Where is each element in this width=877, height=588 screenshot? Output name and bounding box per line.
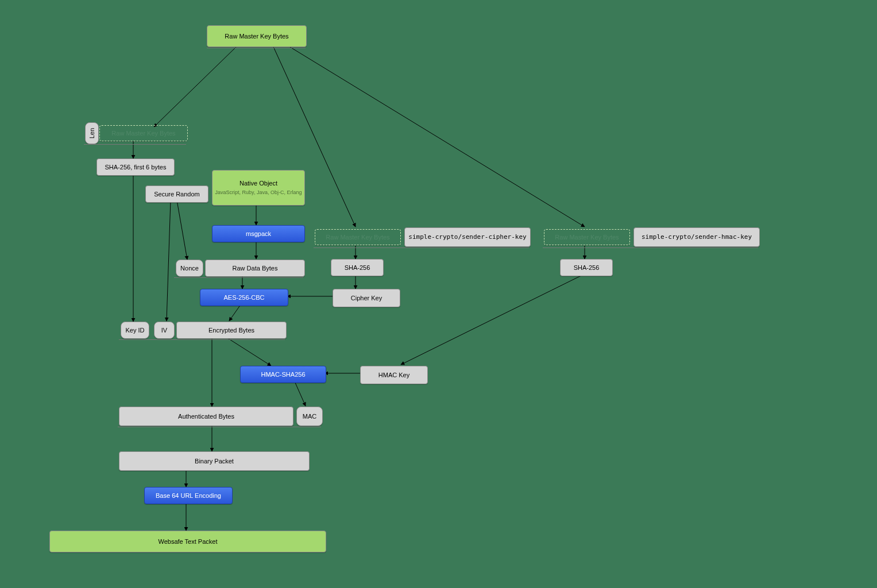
node-sha256-hmac: SHA-256 (560, 259, 613, 276)
node-sha256-cipher: SHA-256 (331, 259, 384, 276)
node-ghost-master-1: Raw Master Key Bytes (99, 125, 188, 141)
node-hmac-key: HMAC Key (360, 366, 428, 384)
node-hmac-sha256: HMAC-SHA256 (240, 366, 326, 383)
node-encrypted-bytes: Encrypted Bytes (176, 322, 287, 339)
node-binary-packet: Binary Packet (119, 451, 310, 471)
node-base64: Base 64 URL Encoding (144, 487, 233, 504)
node-nonce: Nonce (176, 260, 203, 277)
node-ghost-master-3: Raw Master Key Bytes (544, 229, 630, 245)
node-cipher-key: Cipher Key (333, 289, 400, 307)
node-mac: MAC (296, 407, 323, 426)
node-websafe-packet: Websafe Text Packet (49, 531, 326, 552)
edges-layer (0, 0, 877, 588)
node-native-object: Native Object JavaScript, Ruby, Java, Ob… (212, 170, 305, 206)
node-aes-256-cbc: AES-256-CBC (200, 289, 288, 306)
node-salt-cipher: simple-crypto/sender-cipher-key (404, 227, 531, 247)
node-len: Len (85, 122, 99, 144)
node-sha256-first6: SHA-256, first 6 bytes (96, 158, 175, 176)
node-raw-data-bytes: Raw Data Bytes (205, 260, 305, 277)
native-object-sub: JavaScript, Ruby, Java, Obj-C, Erlang (215, 189, 302, 196)
node-authenticated-bytes: Authenticated Bytes (119, 407, 293, 426)
node-key-id: Key ID (121, 322, 149, 339)
node-salt-hmac: simple-crypto/sender-hmac-key (633, 227, 760, 247)
native-object-title: Native Object (239, 179, 277, 187)
node-iv: IV (154, 322, 175, 339)
node-msgpack: msgpack (212, 225, 305, 242)
node-secure-random: Secure Random (145, 185, 208, 203)
node-ghost-master-2: Raw Master Key Bytes (315, 229, 401, 245)
node-raw-master-key: Raw Master Key Bytes (207, 25, 307, 47)
